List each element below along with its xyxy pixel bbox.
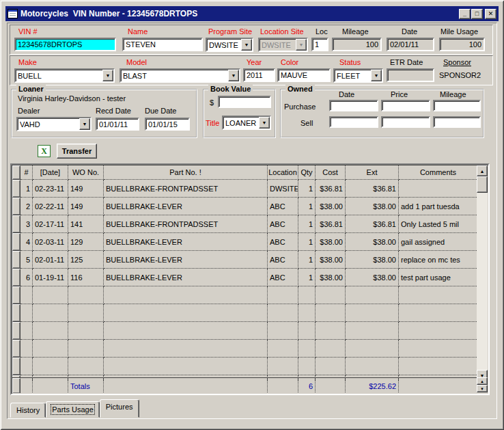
grid-row-selector[interactable] bbox=[12, 286, 20, 304]
grid-row-selector[interactable] bbox=[12, 358, 20, 375]
grid-cell[interactable]: $38.00 bbox=[346, 269, 399, 286]
grid-cell[interactable]: 149 bbox=[68, 180, 104, 198]
purchase-mileage-input[interactable] bbox=[433, 100, 481, 111]
grid-cell bbox=[399, 304, 478, 322]
title-select[interactable]: LOANER ▼ bbox=[222, 116, 271, 130]
grid-cell[interactable]: 1 bbox=[298, 215, 316, 233]
grid-cell[interactable]: DWSITE bbox=[268, 180, 298, 198]
grid-cell[interactable]: 5 bbox=[20, 251, 33, 269]
grid-cell[interactable]: ABC bbox=[268, 269, 298, 286]
grid-cell[interactable]: replace on mc tes bbox=[399, 251, 478, 269]
grid-cell[interactable]: 129 bbox=[68, 233, 104, 251]
tab-pictures[interactable]: Pictures bbox=[100, 399, 139, 418]
grid-cell[interactable]: ABC bbox=[268, 251, 298, 269]
loc-input[interactable] bbox=[311, 38, 328, 51]
parts-usage-grid: # [Date] WO No. Part No. ! Location Qty … bbox=[10, 163, 490, 395]
spinner-down-icon[interactable]: ▼ bbox=[477, 385, 488, 392]
grid-cell[interactable]: BUELLBRAKE-LEVER bbox=[104, 269, 268, 286]
scroll-up-icon[interactable]: ▲ bbox=[477, 165, 488, 176]
sell-mileage-input[interactable] bbox=[433, 116, 481, 128]
year-input[interactable] bbox=[243, 68, 275, 82]
grid-cell[interactable]: Only Lasted 5 mil bbox=[399, 215, 478, 233]
grid-cell[interactable]: BUELLBRAKE-FRONTPADSSET bbox=[104, 215, 268, 233]
transfer-button[interactable]: Transfer bbox=[57, 144, 97, 159]
minimize-button[interactable]: _ bbox=[459, 9, 471, 19]
grid-cell[interactable]: 4 bbox=[20, 233, 33, 251]
grid-row-selector[interactable] bbox=[12, 198, 20, 215]
grid-row-selector[interactable] bbox=[12, 322, 20, 340]
name-input[interactable] bbox=[122, 38, 203, 51]
grid-cell[interactable]: add 1 part tuesda bbox=[399, 198, 478, 215]
spinner-up-icon[interactable]: ▲ bbox=[477, 377, 488, 385]
grid-cell[interactable]: 125 bbox=[68, 251, 104, 269]
dealer-select[interactable]: VAHD ▼ bbox=[16, 117, 92, 131]
grid-cell[interactable]: $36.81 bbox=[316, 215, 346, 233]
grid-cell[interactable]: $36.81 bbox=[346, 215, 399, 233]
grid-cell[interactable]: $38.00 bbox=[316, 269, 346, 286]
grid-cell[interactable]: 116 bbox=[68, 269, 104, 286]
maximize-button[interactable]: □ bbox=[471, 9, 483, 19]
grid-cell[interactable]: gail assigned bbox=[399, 233, 478, 251]
grid-cell[interactable]: BUELLBRAKE-LEVER bbox=[104, 251, 268, 269]
grid-cell[interactable]: 02-03-11 bbox=[33, 233, 68, 251]
grid-cell[interactable]: ABC bbox=[268, 215, 298, 233]
grid-cell[interactable]: BUELLBRAKE-LEVER bbox=[104, 233, 268, 251]
grid-cell[interactable]: 3 bbox=[20, 215, 33, 233]
grid-cell[interactable]: 02-01-11 bbox=[33, 251, 68, 269]
scrollbar-thumb[interactable] bbox=[477, 176, 488, 193]
grid-cell[interactable]: 149 bbox=[68, 198, 104, 215]
grid-cell[interactable]: 141 bbox=[68, 215, 104, 233]
book-value-input[interactable] bbox=[218, 96, 271, 108]
grid-cell[interactable]: $36.81 bbox=[346, 180, 399, 198]
color-input[interactable] bbox=[277, 68, 331, 82]
grid-cell[interactable]: 1 bbox=[20, 180, 33, 198]
grid-row-selector[interactable] bbox=[12, 251, 20, 269]
excel-export-icon[interactable]: X bbox=[38, 145, 51, 157]
grid-cell[interactable]: $38.00 bbox=[346, 233, 399, 251]
grid-cell[interactable]: $38.00 bbox=[346, 251, 399, 269]
model-select[interactable]: BLAST ▼ bbox=[120, 68, 240, 83]
grid-cell[interactable]: $38.00 bbox=[316, 198, 346, 215]
status-select[interactable]: FLEET ▼ bbox=[333, 68, 383, 83]
grid-row-selector[interactable] bbox=[12, 180, 20, 198]
grid-cell[interactable]: 6 bbox=[20, 269, 33, 286]
tab-parts-usage[interactable]: Parts Usage bbox=[46, 401, 100, 418]
grid-row-selector[interactable] bbox=[12, 340, 20, 358]
grid-cell[interactable]: BUELLBRAKE-FRONTPADSSET bbox=[104, 180, 268, 198]
grid-cell[interactable]: $38.00 bbox=[316, 251, 346, 269]
grid-cell[interactable]: 2 bbox=[20, 198, 33, 215]
grid-cell[interactable]: ABC bbox=[268, 233, 298, 251]
due-date-input[interactable] bbox=[145, 118, 190, 131]
grid-cell[interactable]: 02-17-11 bbox=[33, 215, 68, 233]
grid-vertical-scrollbar[interactable]: ▲ ▼ bbox=[477, 165, 488, 381]
purchase-price-input[interactable] bbox=[381, 100, 430, 111]
grid-cell[interactable]: ABC bbox=[268, 198, 298, 215]
grid-cell[interactable]: 01-19-11 bbox=[33, 269, 68, 286]
grid-cell[interactable]: 02-22-11 bbox=[33, 198, 68, 215]
grid-cell[interactable]: 1 bbox=[298, 198, 316, 215]
make-select[interactable]: BUELL ▼ bbox=[14, 68, 115, 83]
sell-price-input[interactable] bbox=[381, 116, 430, 128]
grid-row-selector[interactable] bbox=[12, 215, 20, 233]
grid-cell[interactable]: 1 bbox=[298, 180, 316, 198]
grid-cell[interactable]: $36.81 bbox=[316, 180, 346, 198]
grid-cell[interactable]: 1 bbox=[298, 269, 316, 286]
recd-date-input[interactable] bbox=[96, 118, 139, 131]
grid-cell[interactable]: $38.00 bbox=[316, 233, 346, 251]
grid-cell[interactable]: test part usage bbox=[399, 269, 478, 286]
program-site-select[interactable]: DWSITE ▼ bbox=[206, 38, 253, 52]
vin-input[interactable] bbox=[14, 38, 116, 51]
grid-row-selector[interactable] bbox=[12, 269, 20, 286]
grid-row-selector[interactable] bbox=[12, 233, 20, 251]
grid-row-selector[interactable] bbox=[12, 304, 20, 322]
grid-cell[interactable]: 1 bbox=[298, 233, 316, 251]
grid-cell[interactable]: BUELLBRAKE-LEVER bbox=[104, 198, 268, 215]
sell-date-input[interactable] bbox=[329, 116, 378, 128]
grid-cell[interactable]: 1 bbox=[298, 251, 316, 269]
purchase-date-input[interactable] bbox=[329, 100, 378, 111]
close-button[interactable]: ✕ bbox=[485, 9, 496, 19]
grid-cell[interactable]: 02-23-11 bbox=[33, 180, 68, 198]
grid-cell[interactable]: $38.00 bbox=[346, 198, 399, 215]
grid-cell[interactable] bbox=[399, 180, 478, 198]
tab-history[interactable]: History bbox=[10, 403, 46, 418]
